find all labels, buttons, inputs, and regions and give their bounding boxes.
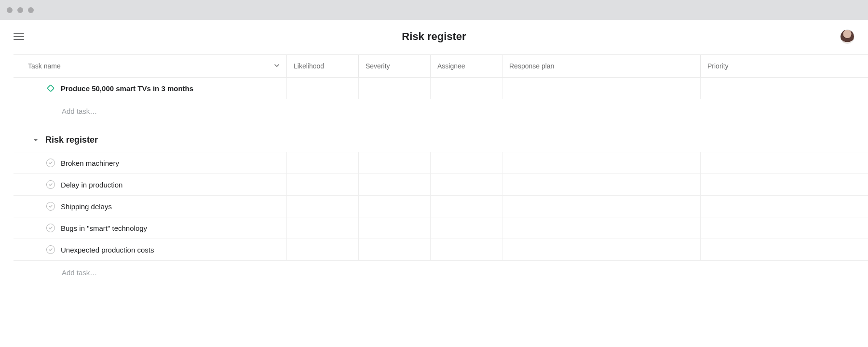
cell-response-plan[interactable] [502,239,700,260]
cell-assignee[interactable] [430,78,502,99]
column-header-response-plan[interactable]: Response plan [502,55,700,77]
add-task-button[interactable]: Add task… [14,99,868,122]
cell-likelihood[interactable] [286,174,358,195]
task-row[interactable]: Shipping delays [14,196,868,217]
cell-severity[interactable] [358,152,430,174]
cell-assignee[interactable] [430,152,502,174]
page-title: Risk register [402,30,466,43]
caret-down-icon [33,137,39,143]
task-name: Unexpected production costs [61,246,154,254]
app-header: Risk register [0,20,868,54]
column-header-label: Priority [707,62,729,70]
cell-priority[interactable] [700,152,769,174]
column-header-row: Task name Likelihood Severity Assignee R… [14,54,868,78]
column-header-label: Assignee [437,62,465,70]
cell-priority[interactable] [700,239,769,260]
chevron-down-icon[interactable] [274,62,280,70]
column-header-label: Likelihood [294,62,324,70]
add-task-label: Add task… [62,107,97,115]
section-header[interactable]: Risk register [14,122,868,152]
task-name: Delay in production [61,181,122,189]
traffic-light-minimize[interactable] [17,7,23,13]
cell-response-plan[interactable] [502,78,700,99]
column-header-priority[interactable]: Priority [700,55,769,77]
cell-severity[interactable] [358,78,430,99]
check-circle-icon[interactable] [46,159,55,167]
user-avatar[interactable] [840,29,854,44]
cell-likelihood[interactable] [286,217,358,239]
cell-priority[interactable] [700,174,769,195]
column-header-label: Severity [366,62,390,70]
column-header-likelihood[interactable]: Likelihood [286,55,358,77]
menu-button[interactable] [14,33,24,40]
cell-likelihood[interactable] [286,239,358,260]
add-task-label: Add task… [62,268,97,277]
milestone-name: Produce 50,000 smart TVs in 3 months [61,84,193,93]
task-name: Bugs in "smart" technology [61,224,147,232]
task-row[interactable]: Unexpected production costs [14,239,868,261]
column-header-severity[interactable]: Severity [358,55,430,77]
cell-likelihood[interactable] [286,152,358,174]
column-header-label: Task name [28,62,61,70]
cell-assignee[interactable] [430,217,502,239]
milestone-icon [46,84,55,93]
cell-likelihood[interactable] [286,78,358,99]
add-task-button[interactable]: Add task… [14,261,868,284]
cell-assignee[interactable] [430,239,502,260]
column-header-assignee[interactable]: Assignee [430,55,502,77]
section-title: Risk register [45,135,98,145]
column-header-label: Response plan [509,62,554,70]
check-circle-icon[interactable] [46,224,55,232]
task-row[interactable]: Broken machinery [14,152,868,174]
window-titlebar [0,0,868,20]
check-circle-icon[interactable] [46,180,55,189]
traffic-light-close[interactable] [7,7,13,13]
cell-response-plan[interactable] [502,196,700,217]
task-name: Shipping delays [61,202,112,211]
cell-severity[interactable] [358,217,430,239]
cell-response-plan[interactable] [502,217,700,239]
task-name: Broken machinery [61,159,119,167]
traffic-light-zoom[interactable] [28,7,34,13]
cell-priority[interactable] [700,196,769,217]
check-circle-icon[interactable] [46,202,55,211]
task-row[interactable]: Bugs in "smart" technology [14,217,868,239]
column-header-task-name[interactable]: Task name [14,55,286,77]
cell-response-plan[interactable] [502,174,700,195]
cell-assignee[interactable] [430,196,502,217]
cell-severity[interactable] [358,239,430,260]
cell-priority[interactable] [700,217,769,239]
cell-priority[interactable] [700,78,769,99]
cell-likelihood[interactable] [286,196,358,217]
cell-severity[interactable] [358,196,430,217]
svg-rect-0 [47,85,54,92]
task-row[interactable]: Delay in production [14,174,868,196]
cell-assignee[interactable] [430,174,502,195]
cell-response-plan[interactable] [502,152,700,174]
check-circle-icon[interactable] [46,245,55,254]
milestone-row[interactable]: Produce 50,000 smart TVs in 3 months [14,78,868,99]
cell-severity[interactable] [358,174,430,195]
